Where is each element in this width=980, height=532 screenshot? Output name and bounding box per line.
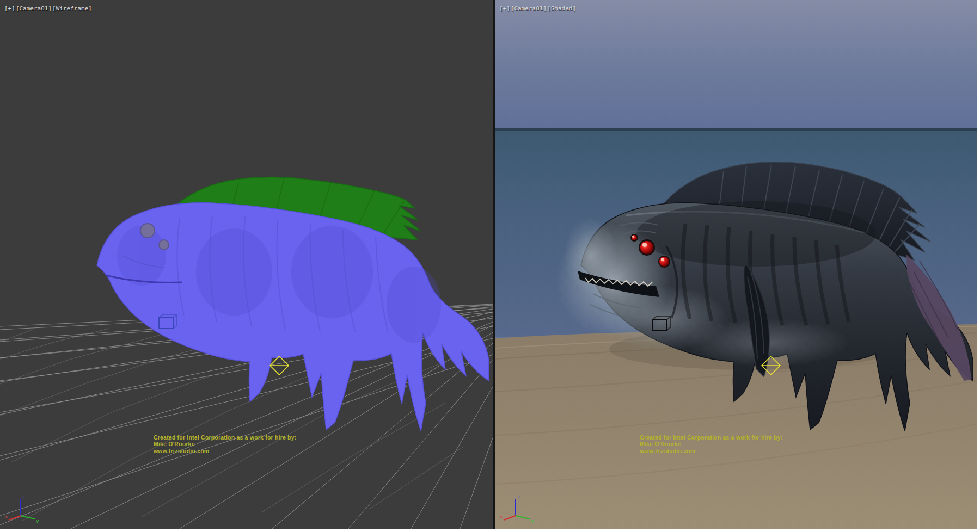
shaded-scene-canvas[interactable]: [495, 0, 977, 529]
viewport-label-right: [+][Camera01][Shaded]: [499, 5, 577, 12]
viewport-wireframe[interactable]: [+][Camera01][Wireframe]: [0, 0, 493, 529]
axis-z-label: z: [517, 494, 520, 499]
wireframe-scene-canvas[interactable]: [0, 0, 493, 529]
red-eye-small: [630, 234, 638, 242]
viewport-shaded[interactable]: [+][Camera01][Shaded]: [495, 0, 977, 529]
red-eye-large: [639, 239, 655, 256]
axis-x-label: x: [5, 514, 8, 519]
dual-viewport-app: [+][Camera01][Wireframe]: [0, 0, 980, 532]
world-axis-gizmo: z x y: [499, 491, 537, 523]
axis-y-label: y: [531, 518, 534, 523]
viewport-label-left: [+][Camera01][Wireframe]: [4, 5, 93, 12]
horizon-line: [495, 128, 977, 131]
viewport-menu-pov[interactable]: [Camera01]: [16, 5, 52, 12]
sky: [495, 0, 977, 131]
world-axis-gizmo: z x y: [4, 491, 42, 523]
axis-z-label: z: [22, 494, 25, 499]
axis-y-label: y: [36, 518, 39, 523]
viewport-menu-shading[interactable]: [Shaded]: [547, 5, 576, 12]
viewport-menu-pov[interactable]: [Camera01]: [511, 5, 547, 12]
viewport-menu-general[interactable]: [+]: [499, 5, 510, 12]
viewport-menu-shading[interactable]: [Wireframe]: [52, 5, 92, 12]
axis-x-label: x: [500, 514, 503, 519]
red-eye-medium: [658, 256, 670, 268]
viewport-menu-general[interactable]: [+]: [4, 5, 15, 12]
